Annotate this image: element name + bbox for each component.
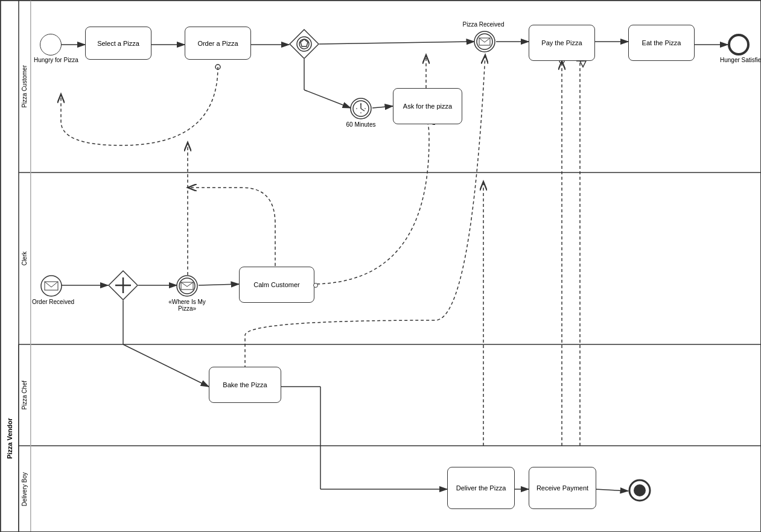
lane-label-clerk: Clerk: [19, 173, 31, 344]
start-event-label: Hungry for Pizza: [34, 57, 70, 63]
event-timer-60min: [349, 97, 372, 120]
lane-label-pizza-customer: Pizza Customer: [19, 1, 31, 173]
svg-marker-40: [580, 61, 586, 67]
task-eat-pizza[interactable]: Eat the Pizza: [628, 25, 695, 61]
task-deliver-pizza[interactable]: Deliver the Pizza: [447, 467, 515, 509]
svg-point-56: [41, 276, 62, 296]
where-pizza-label: «Where Is MyPizza»: [162, 299, 212, 312]
end-event-label: Hunger Satisfied: [720, 57, 759, 63]
bpmn-diagram: Pizza Customer Clerk Pizza Vendor Pizza …: [0, 0, 761, 532]
gateway-event-based: [289, 29, 319, 59]
task-order-pizza[interactable]: Order a Pizza: [185, 27, 251, 60]
calm-customer-boundary: [313, 283, 318, 288]
arrows-layer: [1, 1, 760, 531]
event-pizza-received: [473, 30, 496, 53]
svg-point-62: [179, 278, 195, 294]
pizza-received-label: Pizza Received: [459, 21, 508, 28]
end-event-delivery: [628, 479, 651, 502]
task-ask-pizza[interactable]: Ask for the pizza: [393, 88, 462, 124]
lane-label-pizza-chef: Pizza Chef: [19, 344, 31, 446]
task-bake-pizza[interactable]: Bake the Pizza: [209, 367, 281, 403]
start-event-hungry: [40, 34, 62, 55]
timer-label: 60 Minutes: [343, 121, 379, 128]
svg-line-34: [595, 489, 628, 491]
svg-line-29: [123, 344, 209, 387]
svg-line-17: [319, 42, 474, 44]
event-where-pizza: [176, 274, 199, 297]
end-event-hunger-satisfied: [728, 34, 750, 55]
lane-label-delivery-boy: Delivery Boy: [19, 446, 31, 532]
svg-point-15: [215, 65, 220, 69]
order-received-label: Order Received: [32, 299, 71, 305]
pool-label-pizza-vendor: Pizza Vendor: [1, 344, 19, 532]
task-calm-customer[interactable]: Calm Customer: [239, 267, 314, 303]
gateway-parallel: [108, 270, 138, 300]
svg-line-27: [199, 284, 239, 285]
task-pay-pizza[interactable]: Pay the Pizza: [529, 25, 595, 61]
task-receive-payment[interactable]: Receive Payment: [529, 467, 596, 509]
svg-line-22: [304, 90, 351, 108]
svg-point-65: [634, 484, 646, 496]
event-order-received: [40, 274, 63, 297]
task-select-pizza[interactable]: Select a Pizza: [85, 27, 151, 60]
svg-marker-41: [290, 30, 319, 59]
svg-line-23: [372, 106, 393, 108]
